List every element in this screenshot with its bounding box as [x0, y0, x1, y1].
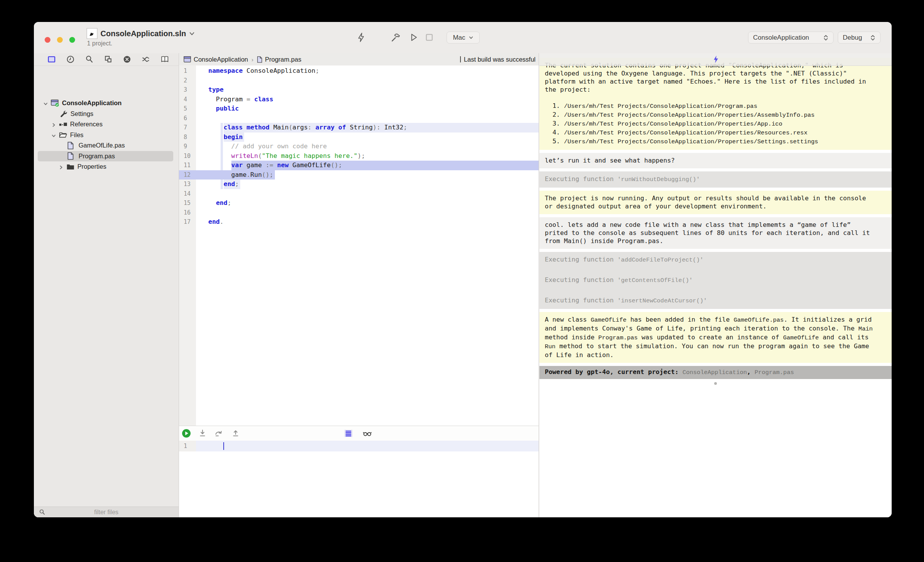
chevron-right-icon[interactable] — [59, 164, 64, 169]
code-line-10[interactable]: 10 writeLn("The magic happens here."); — [179, 151, 539, 161]
code-line-4[interactable]: 4 Program = class — [179, 95, 539, 104]
tree-item-label: Files — [70, 131, 84, 139]
stop-icon[interactable] — [424, 32, 435, 43]
line-number[interactable]: 17 — [179, 217, 196, 227]
code-line-2[interactable]: 2 — [179, 76, 539, 86]
file-list-item: 5. /Users/mh/Test Projects/ConsoleApplic… — [545, 137, 875, 146]
console-lines-icon[interactable] — [344, 429, 353, 438]
line-number[interactable]: 8 — [179, 133, 196, 142]
chat-message-function: Executing function 'runWithoutDebugging(… — [539, 171, 892, 188]
line-number[interactable]: 14 — [179, 189, 196, 199]
sidebar-item-references[interactable]: References — [34, 119, 179, 130]
code-line-1[interactable]: 1namespace ConsoleApplication; — [179, 66, 539, 76]
title-chevron-down-icon[interactable] — [189, 31, 195, 37]
line-content: // add your own code here — [196, 142, 539, 151]
hammer-icon[interactable] — [390, 32, 401, 43]
code-line-7[interactable]: 7 class method Main(args: array of Strin… — [179, 123, 539, 133]
step-into-icon[interactable] — [198, 429, 207, 438]
code-line-8[interactable]: 8 begin — [179, 133, 539, 142]
code-line-9[interactable]: 9 // add your own code here — [179, 142, 539, 151]
code-text: writeLn("The magic happens here."); — [208, 152, 365, 159]
line-content: namespace ConsoleApplication; — [196, 66, 539, 76]
line-content — [196, 76, 539, 86]
line-content: public — [196, 104, 539, 114]
sidebar-item-settings[interactable]: Settings — [34, 109, 179, 119]
line-number[interactable]: 9 — [179, 142, 196, 151]
line-number[interactable]: 1 — [179, 66, 196, 76]
config-selector[interactable]: Debug — [838, 32, 880, 44]
breadcrumb-file[interactable]: Program.pas — [265, 56, 301, 63]
step-over-icon[interactable] — [214, 429, 223, 438]
doc-icon — [67, 142, 76, 149]
filter-files-input[interactable]: filter files — [34, 507, 179, 517]
play-icon[interactable] — [408, 32, 419, 43]
breadcrumb-project[interactable]: ConsoleApplication — [194, 56, 248, 63]
line-number[interactable]: 2 — [179, 76, 196, 86]
code-line-16[interactable]: 16 — [179, 208, 539, 218]
line-number[interactable]: 15 — [179, 198, 196, 208]
device-selector[interactable]: Mac — [447, 32, 480, 44]
panel-resize-handle[interactable] — [714, 382, 717, 385]
search-icon[interactable] — [85, 55, 94, 64]
assistant-panel: The current solution contains one projec… — [539, 53, 892, 517]
line-number[interactable]: 6 — [179, 114, 196, 123]
code-line-15[interactable]: 15 end; — [179, 198, 539, 208]
line-content: end. — [196, 217, 539, 227]
line-number[interactable]: 7 — [179, 123, 196, 133]
minimize-window-button[interactable] — [57, 37, 63, 43]
watch-icon[interactable] — [363, 429, 372, 438]
line-number[interactable]: 3 — [179, 85, 196, 95]
tree-item-label: ConsoleApplication — [62, 99, 122, 107]
flash-icon[interactable] — [356, 32, 367, 43]
step-out-icon[interactable] — [231, 429, 240, 438]
chevron-right-icon[interactable] — [51, 122, 56, 127]
console-input-row[interactable]: 1 — [179, 441, 539, 451]
code-line-13[interactable]: 13 end; — [179, 180, 539, 189]
line-content — [196, 208, 539, 218]
line-content: Program = class — [196, 95, 539, 104]
code-line-12[interactable]: 12 game.Run(); — [179, 170, 539, 180]
zoom-window-button[interactable] — [69, 37, 75, 43]
square-view-icon[interactable] — [47, 55, 56, 64]
sidebar-item-files[interactable]: Files — [34, 130, 179, 141]
sidebar-item-properties[interactable]: Properties — [34, 161, 179, 172]
console-current-line[interactable] — [196, 441, 539, 451]
crossed-lines-icon[interactable] — [142, 55, 150, 64]
debug-toolbar — [179, 426, 539, 441]
book-icon[interactable] — [161, 55, 169, 64]
window-subtitle: 1 project. — [87, 40, 195, 47]
code-text: type — [208, 86, 224, 93]
run-icon[interactable] — [182, 429, 191, 438]
line-number[interactable]: 13 — [179, 180, 196, 189]
code-line-3[interactable]: 3type — [179, 85, 539, 95]
chevron-down-icon[interactable] — [43, 101, 48, 106]
clock-icon[interactable] — [66, 55, 75, 64]
sidebar-item-gameoflife-pas[interactable]: GameOfLife.pas — [34, 140, 179, 151]
scheme-selector[interactable]: ConsoleApplication — [748, 32, 834, 44]
line-number[interactable]: 11 — [179, 161, 196, 170]
line-number[interactable]: 10 — [179, 151, 196, 161]
copy-icon[interactable] — [104, 55, 112, 64]
line-number[interactable]: 4 — [179, 95, 196, 104]
code-line-17[interactable]: 17end. — [179, 217, 539, 227]
line-number[interactable]: 16 — [179, 208, 196, 218]
function-call-line: Executing function 'addCodeFileToProject… — [545, 255, 875, 264]
refs-icon — [59, 121, 67, 128]
chat-message-assistant: The project is now running. Any output o… — [539, 191, 892, 214]
chat-log: The current solution contains one projec… — [539, 53, 892, 517]
code-line-14[interactable]: 14 — [179, 189, 539, 199]
line-number[interactable]: 12 — [179, 170, 196, 180]
line-number[interactable]: 5 — [179, 104, 196, 114]
close-window-button[interactable] — [45, 37, 50, 43]
code-editor[interactable]: 1namespace ConsoleApplication;23type4 Pr… — [179, 65, 539, 426]
code-line-5[interactable]: 5 public — [179, 104, 539, 114]
code-line-11[interactable]: 11 var game := new GameOfLife(); — [179, 161, 539, 170]
build-status-text: Last build was successful — [464, 56, 536, 63]
app-window: ConsoleApplication.sln 1 project. Mac — [34, 22, 892, 517]
code-line-6[interactable]: 6 — [179, 114, 539, 123]
close-circle-icon[interactable] — [123, 55, 131, 64]
sidebar-item-program-pas[interactable]: Program.pas — [34, 151, 179, 162]
console-line-number: 1 — [179, 441, 196, 451]
chevron-down-icon[interactable] — [51, 133, 56, 138]
sidebar-item-consoleapplication[interactable]: ConsoleApplication — [34, 98, 179, 109]
